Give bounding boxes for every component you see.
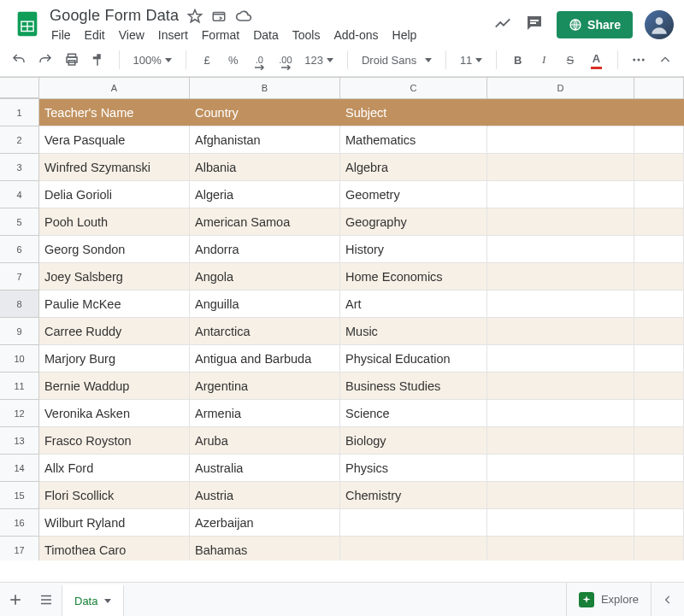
cell[interactable]: Andorra [190,236,340,263]
cell[interactable]: Mathematics [340,126,487,154]
cell[interactable] [487,509,634,537]
sheet-tab-data[interactable]: Data [62,584,124,617]
cell[interactable]: History [340,236,487,263]
cell[interactable] [487,208,634,236]
cell[interactable]: Austria [190,482,340,509]
undo-button[interactable] [9,49,30,71]
cell[interactable] [487,318,634,345]
explore-button[interactable]: Explore [566,583,652,616]
menu-addons[interactable]: Add-ons [333,28,378,42]
menu-format[interactable]: Format [202,28,239,42]
menu-data[interactable]: Data [253,28,279,42]
cell[interactable]: Allx Ford [39,455,190,482]
increase-decimal-button[interactable]: .00 [275,49,297,71]
cell[interactable]: Angola [190,263,340,290]
cell[interactable]: Physics [340,455,487,482]
all-sheets-button[interactable] [31,584,62,615]
header-cell[interactable] [487,99,634,126]
row-header[interactable]: 3 [0,154,39,181]
row-header[interactable]: 9 [0,318,39,345]
cell[interactable]: Georg Sondon [39,236,190,263]
row-header[interactable]: 16 [0,509,39,537]
sheet-tab-menu-icon[interactable] [104,599,111,603]
cell[interactable]: Art [340,290,487,318]
row-header[interactable]: 17 [0,537,39,560]
column-header-extra[interactable] [634,78,684,98]
menu-edit[interactable]: Edit [85,28,105,42]
cell[interactable]: Aruba [190,427,340,455]
row-header[interactable]: 1 [0,99,39,126]
bold-button[interactable]: B [507,49,528,71]
cell[interactable]: Geography [340,208,487,236]
cell[interactable] [487,482,634,509]
header-cell[interactable]: Country [190,99,340,126]
format-currency-button[interactable]: £ [197,49,218,71]
menu-file[interactable]: File [51,28,71,42]
cell[interactable]: Antarctica [190,318,340,345]
header-cell[interactable]: Teacher's Name [39,99,190,126]
cell[interactable]: Wilburt Ryland [39,509,190,537]
cell[interactable]: Frasco Royston [39,427,190,455]
column-header-C[interactable]: C [340,78,487,98]
star-icon[interactable] [187,9,203,24]
show-side-panel-button[interactable] [652,594,684,606]
menu-insert[interactable]: Insert [158,28,188,42]
menu-tools[interactable]: Tools [292,28,321,42]
cell[interactable] [634,236,684,263]
cell[interactable] [634,318,684,345]
add-sheet-button[interactable] [0,584,31,615]
cell[interactable]: Flori Scollick [39,482,190,509]
row-header[interactable]: 7 [0,263,39,290]
cell[interactable]: Pooh Louth [39,208,190,236]
font-family-dropdown[interactable]: Droid Sans [358,54,435,67]
cell[interactable] [340,509,487,537]
cell[interactable] [634,509,684,537]
row-header[interactable]: 10 [0,345,39,373]
cell[interactable] [487,181,634,208]
cell[interactable] [634,345,684,373]
cell[interactable]: Joey Salsberg [39,263,190,290]
cell[interactable]: Science [340,400,487,427]
cell[interactable] [487,290,634,318]
row-header[interactable]: 2 [0,126,39,154]
cell[interactable] [487,537,634,560]
decrease-decimal-button[interactable]: .0 [249,49,270,71]
print-button[interactable] [61,49,82,71]
cell[interactable] [340,537,487,560]
cell[interactable] [634,482,684,509]
cell[interactable]: Algeria [190,181,340,208]
cell[interactable]: Afghanistan [190,126,340,154]
cell[interactable]: Physical Education [340,345,487,373]
activity-icon[interactable] [493,14,512,36]
cell[interactable]: Veronika Asken [39,400,190,427]
row-header[interactable]: 15 [0,482,39,509]
paint-format-button[interactable] [87,49,109,71]
cell[interactable] [634,400,684,427]
cell[interactable]: Argentina [190,373,340,400]
row-header[interactable]: 14 [0,455,39,482]
cell[interactable]: Bernie Waddup [39,373,190,400]
cell[interactable]: Azerbaijan [190,509,340,537]
cloud-status-icon[interactable] [235,8,252,25]
cell[interactable]: Business Studies [340,373,487,400]
cell[interactable]: Carree Ruddy [39,318,190,345]
hide-menus-button[interactable] [654,49,675,71]
cell[interactable] [487,236,634,263]
row-header[interactable]: 12 [0,400,39,427]
document-title[interactable]: Google Form Data [50,7,179,25]
cell[interactable] [634,154,684,181]
column-header-B[interactable]: B [190,78,340,98]
share-button[interactable]: Share [557,11,633,38]
redo-button[interactable] [35,49,56,71]
cell[interactable]: Australia [190,455,340,482]
cell[interactable]: Anguilla [190,290,340,318]
menu-help[interactable]: Help [392,28,417,42]
cell[interactable]: Algebra [340,154,487,181]
cell[interactable] [487,263,634,290]
italic-button[interactable]: I [534,49,555,71]
cell[interactable] [487,400,634,427]
cell[interactable]: Albania [190,154,340,181]
cell[interactable] [487,126,634,154]
select-all-corner[interactable] [0,78,39,98]
cell[interactable]: Bahamas [190,537,340,560]
